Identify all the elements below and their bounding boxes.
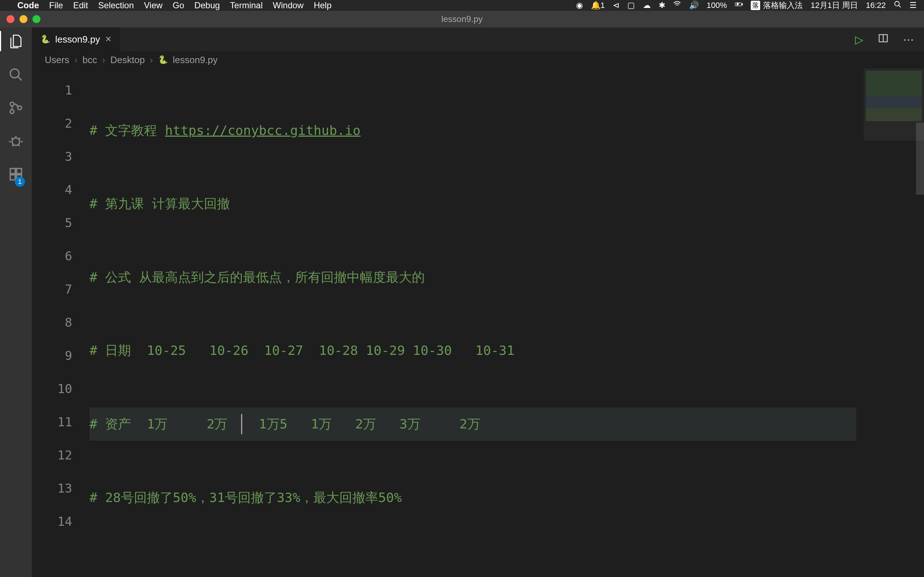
vscode-window: lesson9.py 1 — [0, 11, 924, 577]
close-tab-icon[interactable]: ✕ — [105, 35, 111, 44]
window-title: lesson9.py — [441, 14, 483, 24]
svg-rect-12 — [10, 175, 15, 180]
svg-point-7 — [10, 102, 14, 106]
code-text: # 28号回撤了50%，31号回撤了33%，最大回撤率50% — [89, 488, 402, 508]
svg-rect-11 — [10, 168, 15, 174]
spotlight-icon[interactable] — [894, 0, 901, 10]
code-editor[interactable]: 1234 5678 9101112 1314 # 文字教程 https://co… — [32, 69, 863, 577]
control-center-icon[interactable]: ☰ — [909, 1, 917, 10]
minimap[interactable] — [863, 69, 924, 577]
svg-point-5 — [10, 69, 19, 78]
notification-icon[interactable]: 🔔1 — [591, 1, 605, 10]
breadcrumb-users[interactable]: Users — [45, 55, 69, 66]
chevron-right-icon: › — [74, 55, 78, 66]
extensions-badge: 1 — [15, 177, 25, 187]
svg-point-10 — [12, 138, 20, 145]
debug-icon[interactable] — [8, 134, 23, 152]
menubar-date[interactable]: 12月1日 周日 — [811, 0, 858, 11]
vertical-scrollbar[interactable] — [916, 69, 924, 577]
code-text: # 资产 1万 2万 1万5 1万 2万 3万 2万 — [89, 414, 480, 434]
battery-percent[interactable]: 100% — [707, 1, 727, 10]
close-window-button[interactable] — [6, 15, 15, 23]
fullscreen-window-button[interactable] — [32, 15, 40, 23]
menubar-app-name[interactable]: Code — [17, 0, 39, 10]
volume-icon[interactable]: 🔊 — [689, 1, 699, 10]
misc-icon[interactable]: ✱ — [659, 1, 665, 10]
ime-char-icon: 落 — [751, 1, 760, 10]
menu-go[interactable]: Go — [173, 0, 184, 10]
scrollbar-thumb[interactable] — [916, 122, 924, 195]
minimize-window-button[interactable] — [19, 15, 27, 23]
menu-help[interactable]: Help — [313, 0, 331, 10]
menu-view[interactable]: View — [144, 0, 163, 10]
search-icon[interactable] — [8, 67, 23, 86]
code-url[interactable]: https://conybcc.github.io — [165, 123, 360, 138]
python-file-icon: 🐍 — [40, 35, 50, 44]
more-actions-icon[interactable]: ⋯ — [903, 33, 914, 46]
tab-lesson9[interactable]: 🐍 lesson9.py ✕ — [32, 27, 121, 51]
code-text: # 日期 10-25 10-26 10-27 10-28 10-29 10-30… — [89, 340, 514, 361]
record-icon[interactable]: ◉ — [576, 1, 583, 10]
display-icon[interactable]: ▢ — [627, 1, 635, 10]
code-text: # 文字教程 — [89, 123, 165, 138]
notification-count: 1 — [601, 1, 605, 10]
menu-selection[interactable]: Selection — [98, 0, 134, 10]
python-file-icon: 🐍 — [158, 55, 168, 64]
macos-menubar[interactable]: Code File Edit Selection View Go Debug T… — [0, 0, 924, 11]
tab-filename: lesson9.py — [55, 34, 100, 45]
code-content[interactable]: # 文字教程 https://conybcc.github.io # 第九课 计… — [89, 74, 863, 577]
chevron-right-icon: › — [150, 55, 153, 66]
menu-debug[interactable]: Debug — [194, 0, 220, 10]
minimap-slider[interactable] — [864, 69, 924, 141]
ime-indicator[interactable]: 落 落格输入法 — [751, 0, 803, 11]
menu-terminal[interactable]: Terminal — [230, 0, 263, 10]
svg-marker-2 — [737, 3, 739, 5]
menu-window[interactable]: Window — [273, 0, 304, 10]
editor-tabs: 🐍 lesson9.py ✕ ▷ ⋯ — [32, 27, 924, 51]
svg-line-6 — [18, 76, 22, 81]
source-control-icon[interactable] — [8, 100, 23, 119]
menu-edit[interactable]: Edit — [73, 0, 88, 10]
menubar-time[interactable]: 16:22 — [866, 1, 886, 10]
menu-file[interactable]: File — [49, 0, 63, 10]
battery-icon[interactable] — [735, 0, 743, 10]
line-gutter: 1234 5678 9101112 1314 — [32, 74, 89, 577]
code-text: # 第九课 计算最大回撤 — [89, 193, 230, 214]
svg-rect-14 — [16, 168, 22, 174]
svg-point-3 — [895, 2, 900, 6]
chevron-right-icon: › — [102, 55, 105, 66]
svg-rect-1 — [742, 3, 743, 5]
explorer-icon[interactable] — [8, 34, 23, 53]
breadcrumb-file[interactable]: lesson9.py — [173, 55, 218, 66]
ime-label: 落格输入法 — [763, 0, 803, 11]
editor-area: 🐍 lesson9.py ✕ ▷ ⋯ Users › bcc › De — [32, 27, 924, 577]
wifi-icon[interactable] — [673, 0, 681, 10]
unity-icon[interactable]: ⊲ — [613, 1, 619, 10]
window-titlebar[interactable]: lesson9.py — [0, 11, 924, 27]
text-cursor — [241, 414, 242, 434]
svg-line-4 — [899, 5, 901, 8]
traffic-lights — [6, 15, 40, 23]
breadcrumb-bcc[interactable]: bcc — [82, 55, 97, 66]
activity-bar: 1 — [0, 27, 32, 577]
breadcrumb-desktop[interactable]: Desktop — [110, 55, 145, 66]
breadcrumb[interactable]: Users › bcc › Desktop › 🐍 lesson9.py — [32, 51, 924, 69]
code-text: # 公式 从最高点到之后的最低点，所有回撤中幅度最大的 — [89, 267, 425, 287]
svg-point-8 — [10, 110, 14, 114]
cloud-icon[interactable]: ☁ — [643, 1, 651, 10]
extensions-icon[interactable]: 1 — [8, 167, 23, 185]
split-editor-icon[interactable] — [878, 33, 888, 46]
run-file-icon[interactable]: ▷ — [855, 33, 863, 46]
